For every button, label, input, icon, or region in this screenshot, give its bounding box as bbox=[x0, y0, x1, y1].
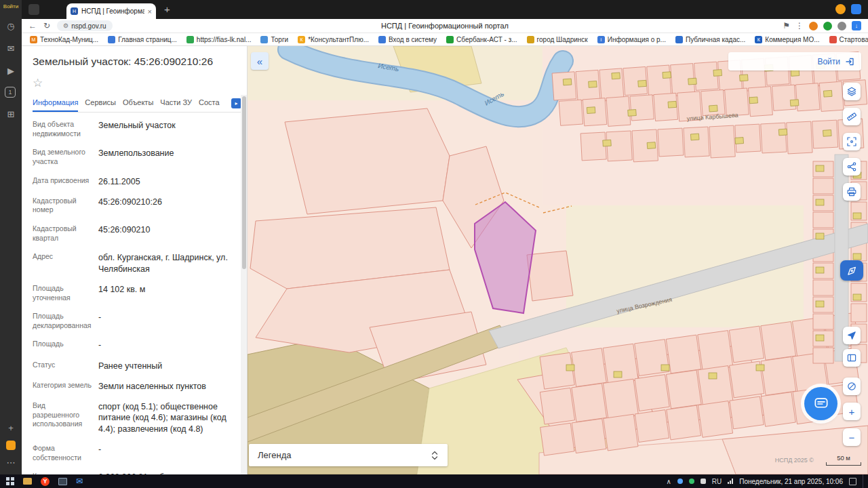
cadastral-parcel[interactable] bbox=[285, 108, 450, 214]
cadastral-parcel[interactable] bbox=[761, 357, 796, 395]
refresh-icon[interactable]: ↻ bbox=[43, 22, 50, 30]
share-tool-button[interactable] bbox=[843, 158, 861, 176]
cadastral-parcel[interactable] bbox=[603, 379, 638, 420]
cadastral-parcel[interactable] bbox=[698, 331, 733, 371]
cadastral-parcel[interactable] bbox=[552, 72, 576, 100]
cadastral-parcel[interactable] bbox=[813, 178, 833, 194]
show-desktop-button[interactable] bbox=[863, 474, 865, 488]
tabs-overflow-button[interactable]: ▸ bbox=[231, 98, 241, 108]
app-window-icon[interactable] bbox=[58, 478, 67, 485]
cadastral-parcel[interactable] bbox=[606, 96, 631, 126]
cadastral-parcel[interactable] bbox=[813, 280, 833, 296]
cadastral-parcel[interactable] bbox=[729, 326, 764, 363]
cadastral-parcel[interactable] bbox=[761, 123, 787, 153]
building[interactable] bbox=[688, 78, 697, 85]
tray-shield-icon[interactable] bbox=[689, 479, 694, 484]
bookmark-item[interactable]: https://fias-lk.nal... bbox=[186, 36, 252, 43]
building[interactable] bbox=[740, 75, 749, 81]
building[interactable] bbox=[638, 80, 647, 87]
building[interactable] bbox=[756, 365, 764, 371]
cadastral-parcel[interactable] bbox=[813, 212, 833, 228]
sidebar-add-icon[interactable]: + bbox=[8, 423, 14, 433]
panel-tool-button[interactable] bbox=[843, 349, 861, 367]
panel-tab-3[interactable]: Объекты bbox=[123, 98, 153, 112]
url-field[interactable]: ⚙ nspd.gov.ru bbox=[57, 20, 113, 31]
cadastral-parcel[interactable] bbox=[647, 65, 671, 96]
locate-tool-button[interactable] bbox=[843, 327, 861, 344]
cadastral-parcel[interactable] bbox=[813, 348, 833, 363]
history-icon[interactable]: ◷ bbox=[5, 20, 17, 32]
building[interactable] bbox=[790, 100, 799, 106]
cadastral-parcel[interactable] bbox=[527, 251, 573, 301]
bookmark-item[interactable]: МТехноКад-Муниц... bbox=[30, 36, 98, 43]
legend-bar[interactable]: Легенда bbox=[249, 444, 448, 466]
cadastral-parcel[interactable] bbox=[572, 384, 607, 422]
cadastral-parcel[interactable] bbox=[604, 414, 638, 451]
building[interactable] bbox=[668, 101, 677, 108]
building[interactable] bbox=[853, 213, 861, 219]
cadastral-parcel[interactable] bbox=[559, 100, 583, 125]
tray-app2-icon[interactable] bbox=[701, 479, 706, 484]
building[interactable] bbox=[589, 81, 597, 87]
new-tab-button[interactable]: + bbox=[164, 3, 170, 15]
cadastral-parcel[interactable] bbox=[540, 388, 574, 424]
tab-groups-button[interactable] bbox=[28, 4, 39, 15]
zoom-out-button[interactable]: − bbox=[843, 428, 861, 446]
building[interactable] bbox=[778, 129, 787, 136]
bookmark-item[interactable]: К*КонсультантПлю... bbox=[298, 36, 369, 43]
building[interactable] bbox=[628, 110, 637, 117]
bookmark-item[interactable]: Вход в систему bbox=[378, 36, 437, 43]
building[interactable] bbox=[823, 90, 832, 97]
cadastral-parcel[interactable] bbox=[540, 423, 574, 455]
building[interactable] bbox=[690, 134, 699, 140]
building[interactable] bbox=[791, 70, 800, 77]
ruler-tool-button[interactable] bbox=[843, 108, 861, 125]
back-icon[interactable]: ← bbox=[28, 22, 37, 30]
building[interactable] bbox=[647, 142, 656, 149]
network-icon[interactable] bbox=[728, 479, 733, 484]
notifications-icon[interactable] bbox=[849, 478, 856, 485]
print-tool-button[interactable] bbox=[843, 183, 861, 201]
extension2-icon[interactable] bbox=[837, 22, 846, 30]
bookmark-item[interactable]: город Шадринск bbox=[527, 36, 588, 43]
explorer-icon[interactable] bbox=[23, 478, 32, 485]
cadastral-parcel[interactable] bbox=[684, 127, 709, 157]
downloads-icon[interactable]: ↓ bbox=[852, 21, 861, 30]
yandex-music-icon[interactable] bbox=[6, 441, 16, 450]
bookmark-item[interactable]: Стартовая стран... bbox=[829, 36, 868, 43]
cadastral-parcel[interactable] bbox=[709, 125, 735, 158]
tab-close-icon[interactable]: × bbox=[148, 7, 152, 16]
cadastral-parcel[interactable] bbox=[761, 392, 795, 426]
cadastral-parcel[interactable] bbox=[698, 401, 732, 438]
extension-icon[interactable] bbox=[823, 22, 832, 30]
building[interactable] bbox=[661, 365, 669, 371]
panel-tab-2[interactable]: Сервисы bbox=[85, 98, 116, 112]
cadastral-parcel[interactable] bbox=[787, 121, 812, 154]
yandex-browser-icon[interactable]: Y bbox=[41, 477, 50, 486]
chat-button[interactable] bbox=[804, 387, 837, 420]
clock[interactable]: Понедельник, 21 апр 2025, 10:06 bbox=[739, 478, 843, 485]
cadastral-parcel[interactable] bbox=[667, 405, 701, 440]
sidebar-more-icon[interactable]: ⋯ bbox=[7, 458, 16, 468]
bookmark-flag-icon[interactable]: ⚑ bbox=[783, 22, 790, 30]
cadastral-parcel[interactable] bbox=[635, 375, 669, 411]
map-area[interactable]: Исеть Исеть улица Карбышева улица Возрож… bbox=[248, 46, 868, 474]
layers-tool-button[interactable] bbox=[843, 83, 861, 100]
cadastral-parcel[interactable] bbox=[580, 132, 606, 161]
building[interactable] bbox=[816, 267, 824, 273]
browser-vpn-icon[interactable] bbox=[851, 4, 861, 14]
building[interactable] bbox=[663, 72, 671, 79]
bookmark-item[interactable]: iИнформация о р... bbox=[597, 36, 666, 43]
cadastral-parcel[interactable] bbox=[572, 419, 606, 453]
language-indicator[interactable]: RU bbox=[712, 478, 722, 485]
cadastral-parcel[interactable] bbox=[572, 348, 607, 387]
building[interactable] bbox=[735, 138, 744, 144]
bookmark-item[interactable]: Публичная кадас... bbox=[675, 36, 745, 43]
building[interactable] bbox=[816, 335, 824, 341]
building[interactable] bbox=[614, 371, 622, 378]
building[interactable] bbox=[612, 73, 620, 79]
services-icon[interactable]: ⊞ bbox=[5, 108, 17, 120]
bookmark-item[interactable]: Главная страниц... bbox=[108, 36, 177, 43]
cadastral-parcel[interactable] bbox=[603, 344, 638, 384]
cadastral-parcel[interactable] bbox=[851, 304, 867, 322]
